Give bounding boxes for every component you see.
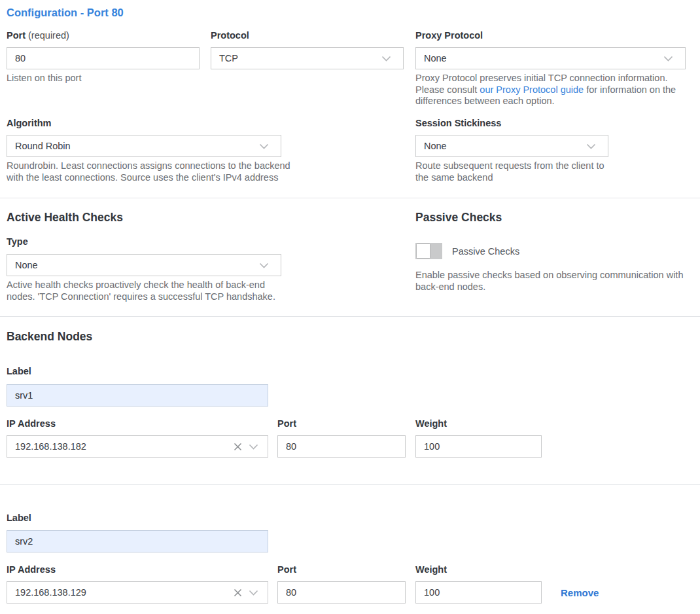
session-stickiness-selected-value: None (424, 141, 447, 151)
passive-checks-heading: Passive Checks (415, 211, 502, 225)
chevron-down-icon[interactable] (245, 439, 261, 454)
port-input[interactable] (7, 47, 200, 69)
chevron-down-icon (256, 138, 271, 154)
page-title: Configuration - Port 80 (7, 7, 124, 19)
port-label-text: Port (7, 30, 26, 41)
node1-label-field-label: Label (7, 366, 31, 376)
active-health-checks-helper-text: Active health checks proactively check t… (7, 280, 294, 302)
chevron-down-icon (660, 50, 676, 66)
proxy-protocol-selected-value: None (424, 53, 447, 63)
node1-label-input[interactable] (7, 384, 268, 406)
node2-ip-field-label: IP Address (7, 564, 56, 575)
chevron-down-icon[interactable] (245, 585, 261, 600)
section-divider (0, 316, 700, 317)
clear-icon[interactable] (230, 585, 245, 600)
protocol-label: Protocol (211, 30, 249, 41)
active-health-checks-heading: Active Health Checks (7, 211, 123, 225)
algorithm-select[interactable]: Round Robin (7, 135, 281, 157)
passive-checks-helper-text: Enable passive checks based on observing… (415, 270, 693, 293)
proxy-protocol-label: Proxy Protocol (415, 30, 483, 41)
node2-weight-field-label: Weight (415, 564, 447, 575)
port-label: Port (required) (7, 30, 69, 41)
passive-checks-toggle-label: Passive Checks (452, 246, 519, 257)
session-stickiness-label: Session Stickiness (415, 118, 501, 128)
algorithm-helper-text: Roundrobin. Least connections assigns co… (7, 160, 298, 183)
session-stickiness-helper-text: Route subsequent requests from the clien… (415, 160, 608, 183)
toggle-knob (417, 244, 430, 258)
algorithm-selected-value: Round Robin (15, 141, 71, 151)
section-divider (0, 198, 700, 198)
node1-ip-field-label: IP Address (7, 418, 56, 429)
proxy-protocol-helper: Proxy Protocol preserves initial TCP con… (415, 73, 690, 107)
protocol-select[interactable]: TCP (211, 47, 404, 69)
chevron-down-icon (256, 257, 271, 273)
proxy-protocol-select[interactable]: None (415, 47, 686, 69)
chevron-down-icon (583, 138, 599, 154)
node2-port-input[interactable] (277, 581, 406, 604)
proxy-protocol-guide-link[interactable]: our Proxy Protocol guide (480, 84, 584, 95)
node1-port-input[interactable] (277, 435, 406, 458)
node1-weight-input[interactable] (415, 435, 542, 458)
node1-ip-combobox[interactable] (7, 435, 268, 458)
health-check-type-label: Type (7, 236, 28, 247)
protocol-selected-value: TCP (219, 53, 238, 63)
clear-icon[interactable] (230, 439, 245, 454)
backend-nodes-heading: Backend Nodes (7, 330, 92, 344)
node2-label-input[interactable] (7, 530, 268, 552)
node2-ip-input[interactable] (7, 582, 230, 603)
port-helper-text: Listen on this port (7, 73, 203, 84)
passive-checks-toggle[interactable] (415, 243, 442, 259)
algorithm-label: Algorithm (7, 118, 51, 128)
node1-weight-field-label: Weight (415, 418, 447, 429)
session-stickiness-select[interactable]: None (415, 135, 608, 157)
health-check-type-selected-value: None (15, 260, 38, 270)
node2-ip-combobox[interactable] (7, 581, 268, 604)
port-required-suffix: (required) (26, 30, 69, 41)
node2-remove-button[interactable]: Remove (561, 587, 599, 598)
health-check-type-select[interactable]: None (7, 254, 281, 276)
node-divider (0, 484, 700, 485)
node1-port-field-label: Port (277, 418, 296, 429)
node2-label-field-label: Label (7, 513, 31, 523)
chevron-down-icon (378, 50, 394, 66)
node2-weight-input[interactable] (415, 581, 542, 604)
node1-ip-input[interactable] (7, 436, 230, 457)
node2-port-field-label: Port (277, 564, 296, 575)
